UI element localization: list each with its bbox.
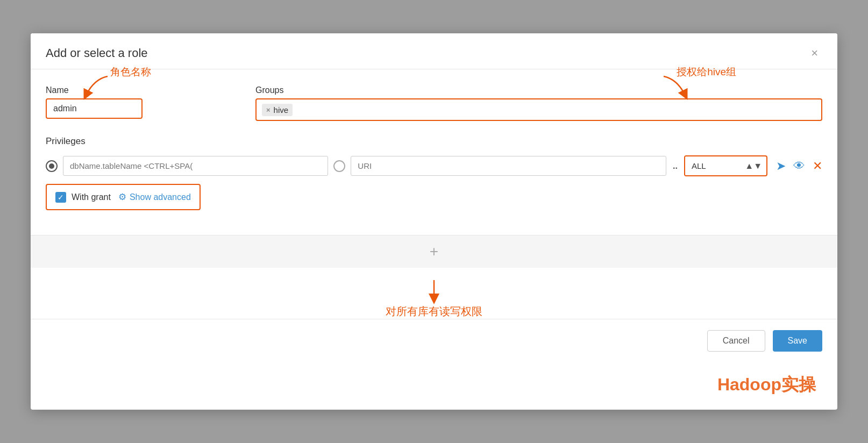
- privileges-label: Privileges: [46, 136, 822, 147]
- close-button[interactable]: ×: [807, 45, 822, 61]
- bottom-arrow-icon: [418, 277, 450, 304]
- save-button[interactable]: Save: [773, 330, 822, 352]
- modal-body: Name 角色名称: [31, 69, 837, 235]
- add-row-icon[interactable]: +: [430, 243, 438, 260]
- modal-header: Add or select a role ×: [31, 33, 837, 69]
- send-icon[interactable]: ➤: [776, 159, 786, 173]
- groups-arrow-icon: [656, 74, 693, 101]
- with-grant-row: ✓ With grant ⚙ Show advanced: [46, 184, 201, 210]
- name-arrow-icon: [78, 74, 116, 101]
- groups-field-group: Groups 授权给hive组: [255, 85, 822, 121]
- uri-input[interactable]: [351, 156, 666, 176]
- name-label: Name: [46, 85, 69, 95]
- name-field-group: Name 角色名称: [46, 85, 234, 119]
- name-input-wrapper: [46, 98, 143, 119]
- with-grant-checkbox[interactable]: ✓: [55, 192, 66, 203]
- groups-input-wrapper[interactable]: × hive: [255, 98, 822, 121]
- show-advanced-label: Show advanced: [130, 192, 191, 202]
- name-annotation: 角色名称: [110, 65, 151, 79]
- radio-inner: [49, 163, 54, 169]
- with-grant-label: With grant: [72, 192, 111, 202]
- bottom-annotation-text: 对所有库有读写权限: [386, 304, 482, 319]
- watermark: Hadoop实操: [717, 373, 816, 397]
- cancel-button[interactable]: Cancel: [707, 330, 765, 352]
- db-radio-icon[interactable]: [46, 160, 58, 172]
- modal-overlay: Add or select a role × Name 角色名称: [0, 0, 868, 443]
- name-input[interactable]: [47, 99, 141, 118]
- all-select[interactable]: ALL SELECT INSERT UPDATE CREATE DROP ALT…: [685, 156, 741, 175]
- groups-label: Groups: [255, 85, 283, 95]
- add-row-area: +: [31, 235, 837, 268]
- delete-icon[interactable]: ✕: [813, 159, 822, 173]
- all-select-wrapper: ALL SELECT INSERT UPDATE CREATE DROP ALT…: [684, 155, 767, 176]
- modal-footer: Cancel Save: [31, 319, 837, 365]
- eye-icon[interactable]: 👁: [793, 159, 805, 173]
- select-arrow-icon: ▲▼: [741, 161, 766, 171]
- tag-remove-icon[interactable]: ×: [266, 106, 271, 114]
- fields-row: Name 角色名称: [46, 85, 822, 121]
- action-icons: ➤ 👁 ✕: [776, 159, 822, 173]
- bottom-annotation: 对所有库有读写权限: [31, 268, 837, 319]
- modal-dialog: Add or select a role × Name 角色名称: [31, 33, 837, 410]
- uri-radio-icon[interactable]: [333, 160, 345, 172]
- db-input[interactable]: [63, 156, 328, 176]
- hive-tag: × hive: [262, 104, 293, 116]
- modal-title: Add or select a role: [46, 46, 148, 60]
- gear-icon: ⚙: [118, 191, 126, 203]
- checkmark-icon: ✓: [58, 193, 64, 202]
- show-advanced-button[interactable]: ⚙ Show advanced: [118, 191, 191, 203]
- privileges-row: .. ALL SELECT INSERT UPDATE CREATE DROP …: [46, 155, 822, 176]
- tag-label: hive: [274, 105, 289, 115]
- dotdot-separator: ..: [672, 161, 679, 171]
